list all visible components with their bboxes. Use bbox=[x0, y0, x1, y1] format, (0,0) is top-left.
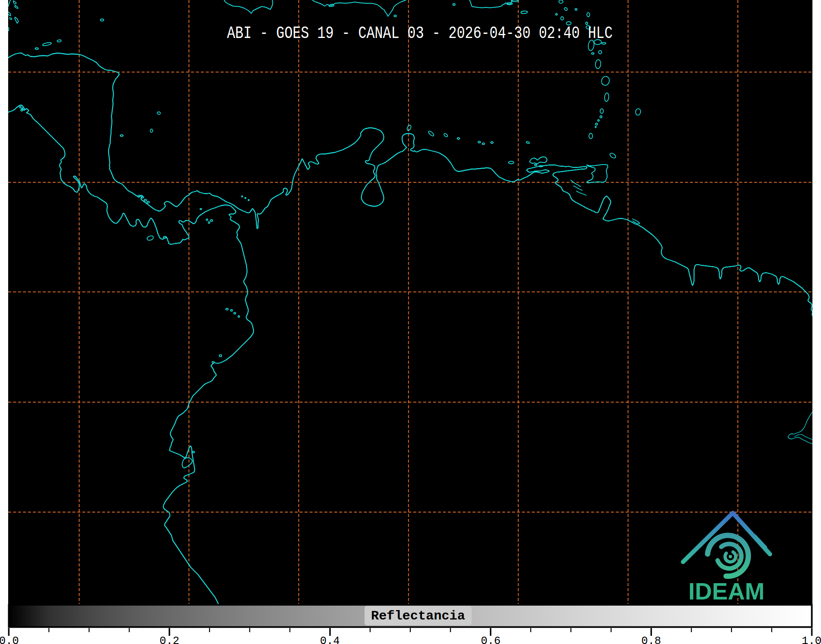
svg-text:0.8: 0.8 bbox=[641, 635, 661, 644]
svg-text:0.2: 0.2 bbox=[160, 635, 180, 644]
svg-text:ABI - GOES 19 - CANAL 03 - 202: ABI - GOES 19 - CANAL 03 - 2026-04-30 02… bbox=[227, 24, 613, 43]
svg-text:0.0: 0.0 bbox=[0, 635, 19, 644]
svg-text:Reflectancia: Reflectancia bbox=[371, 608, 465, 624]
svg-text:IDEAM: IDEAM bbox=[688, 578, 765, 604]
svg-text:0.6: 0.6 bbox=[481, 635, 501, 644]
svg-text:1.0: 1.0 bbox=[802, 635, 821, 644]
svg-text:0.4: 0.4 bbox=[320, 635, 340, 644]
